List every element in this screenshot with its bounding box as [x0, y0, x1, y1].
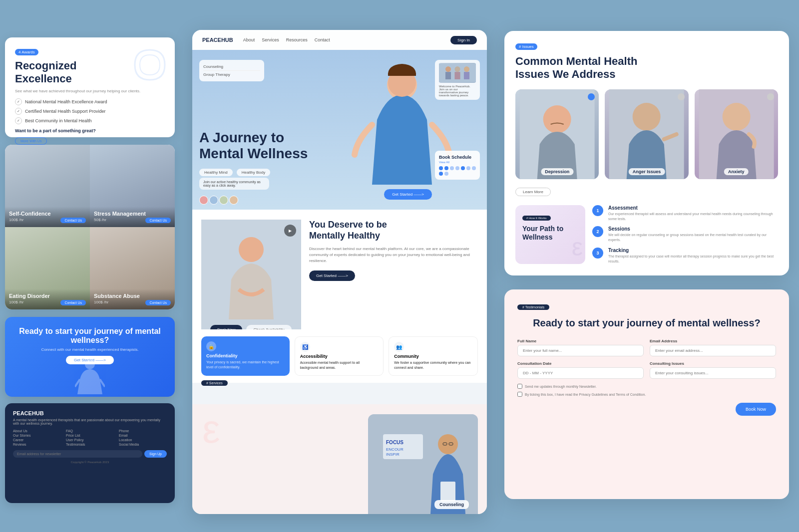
issues-input[interactable]	[650, 367, 776, 379]
nav-resources[interactable]: Resources	[286, 37, 308, 42]
award-item-3: ✓ Best Community in Mental Health	[15, 117, 165, 124]
issues-label: Consulting Issues	[650, 361, 776, 366]
footer-link-reviews[interactable]: Reviews	[13, 443, 61, 446]
content-text: You Deserve to be Mentally Healthy Disco…	[309, 220, 478, 339]
more-with-us-button[interactable]: More With Us	[15, 137, 47, 145]
form-row-2: Consultation Date Consulting Issues	[517, 361, 776, 379]
step-desc-1: Our experienced therapist will assess an…	[608, 212, 778, 222]
counseling-label: Counseling	[434, 500, 469, 509]
content-get-started-button[interactable]: Get Started ——>	[309, 270, 355, 281]
service-card-eating: Eating Disorder 100$ /hr Contact Us	[5, 227, 90, 309]
meditating-woman-illustration	[201, 220, 301, 339]
footer-link-social[interactable]: Social Media	[119, 443, 167, 446]
contact-btn-4[interactable]: Contact Us	[145, 300, 171, 305]
footer-link-testimonials[interactable]: Testimonials	[66, 443, 114, 446]
features-row: 🔒 Confidentiality Your privacy is sacred…	[192, 329, 487, 383]
svg-text:FOCUS: FOCUS	[386, 440, 403, 445]
newsletter-checkbox[interactable]	[517, 384, 522, 389]
svg-point-0	[85, 359, 95, 369]
anger-indicator	[678, 93, 685, 100]
svg-point-7	[454, 66, 460, 72]
award-dot-2: ✓	[15, 108, 22, 115]
view-all-link[interactable]: View All	[439, 161, 476, 164]
step-3: 3 Tracking The therapist assigned to you…	[592, 248, 778, 264]
svg-text:INSPIR: INSPIR	[386, 452, 400, 457]
step-desc-3: The therapist assigned to your case will…	[608, 254, 778, 264]
footer-link-about[interactable]: About Us	[13, 429, 61, 433]
footer-link-faq[interactable]: FAQ	[66, 429, 114, 433]
date-input[interactable]	[517, 367, 644, 379]
hero-menu-counseling[interactable]: Counseling	[203, 63, 260, 71]
want-label: Want to be a part of something great?	[15, 128, 165, 133]
feature-desc-3: We foster a supportive community where y…	[394, 360, 472, 370]
hero-section: Counseling Group Therapy Join our active…	[192, 50, 487, 210]
svg-rect-20	[440, 482, 455, 502]
service-price-3: 100$ /hr	[9, 300, 23, 304]
service-title-4: Substance Abuse	[94, 293, 171, 299]
contact-btn-3[interactable]: Contact Us	[60, 300, 86, 305]
service-overlay-1: Self-Confidence 100$ /hr Contact Us	[5, 207, 90, 227]
service-overlay-2: Stress Management 50$ /hr Contact Us	[90, 207, 175, 227]
check-terms-label: By ticking this box, I have read the Pri…	[525, 393, 646, 396]
svg-point-19	[438, 434, 458, 454]
footer-links: About Us FAQ Phone Our Stories Price Lis…	[13, 429, 167, 446]
step-content-3: Tracking The therapist assigned to your …	[608, 248, 778, 264]
hero-menu-group-therapy[interactable]: Group Therapy	[203, 71, 260, 78]
dot-5	[461, 166, 465, 170]
nav-services[interactable]: Services	[262, 37, 279, 42]
dot-1	[439, 166, 443, 170]
nav-brand: PEACEHUB	[202, 37, 233, 43]
footer-link-stories[interactable]: Our Stories	[13, 434, 61, 437]
awards-badge: 4 Awards	[15, 49, 38, 55]
contact-btn-2[interactable]: Contact Us	[145, 218, 171, 223]
avatar-2	[209, 196, 218, 205]
avatar-4	[229, 196, 238, 205]
play-button[interactable]: ▶	[284, 225, 296, 237]
learn-more-button[interactable]: Learn More	[515, 188, 551, 196]
contact-btn-1[interactable]: Contact Us	[60, 218, 86, 223]
footer-signup-button[interactable]: Sign Up	[144, 450, 167, 458]
right-bottom-panel: # Testimonials Ready to start your journ…	[504, 289, 789, 499]
award-item-2: ✓ Certified Mental Health Support Provid…	[15, 108, 165, 115]
hero-get-started-button[interactable]: Get Started ——>	[384, 189, 432, 200]
nav-signin-button[interactable]: Sign In	[450, 36, 477, 44]
svg-point-6	[445, 66, 451, 72]
check-newsletter: Send me updates through monthly Newslett…	[517, 384, 776, 389]
hero-text-overlay: A Journey to Mental Wellness Healthy Min…	[199, 130, 308, 176]
form-date: Consultation Date	[517, 361, 644, 379]
nav-about[interactable]: About	[243, 37, 255, 42]
dot-3	[450, 166, 454, 170]
book-now-submit-button[interactable]: Book Now	[736, 403, 776, 416]
swirl-decoration	[130, 47, 170, 87]
footer-link-userpolicy[interactable]: User Policy	[66, 438, 114, 442]
service-price-1: 100$ /hr	[9, 218, 23, 222]
center-panel: PEACEHUB About Services Resources Contac…	[192, 30, 487, 514]
full-name-input[interactable]	[517, 345, 644, 356]
footer-email-input[interactable]	[13, 450, 142, 458]
step-title-3: Tracking	[608, 248, 778, 253]
footer-link-email: Email	[119, 434, 167, 437]
issue-card-anxiety: Anxiety	[695, 89, 778, 179]
content-desc: Discover the heart behind our mental hea…	[309, 246, 478, 264]
community-icon: 👥	[394, 342, 404, 352]
service-card-substance: Substance Abuse 100$ /hr Contact Us	[90, 227, 175, 309]
left-top-subtitle: See what we have achieved throughout our…	[15, 89, 165, 93]
footer-email-form: Sign Up	[13, 450, 167, 458]
dot-4	[455, 166, 459, 170]
footer-link-phone: Phone	[119, 429, 167, 433]
footer-link-pricelist[interactable]: Price List	[66, 434, 114, 437]
terms-checkbox[interactable]	[517, 392, 522, 397]
service-card-self-confidence: Self-Confidence 100$ /hr Contact Us	[5, 145, 90, 227]
footer-link-career[interactable]: Career	[13, 438, 61, 442]
footer-copyright: Copyright © PeaceHub 2023	[13, 461, 167, 464]
date-label: Consultation Date	[517, 361, 644, 366]
content-section: ▶ Book Now Check Availability You Deserv…	[192, 210, 487, 349]
content-inner: ▶ Book Now Check Availability You Deserv…	[201, 220, 478, 339]
awards-list: ✓ National Mental Health Excellence Awar…	[15, 98, 165, 124]
nav-contact[interactable]: Contact	[315, 37, 330, 42]
dot-2	[444, 166, 448, 170]
service-overlay-4: Substance Abuse 100$ /hr Contact Us	[90, 289, 175, 309]
counseling-woman-illustration: FOCUS ENCOUR INSPIR	[368, 414, 478, 514]
email-input[interactable]	[650, 345, 776, 356]
step-content-2: Sessions We will decide on regular couns…	[608, 226, 778, 243]
